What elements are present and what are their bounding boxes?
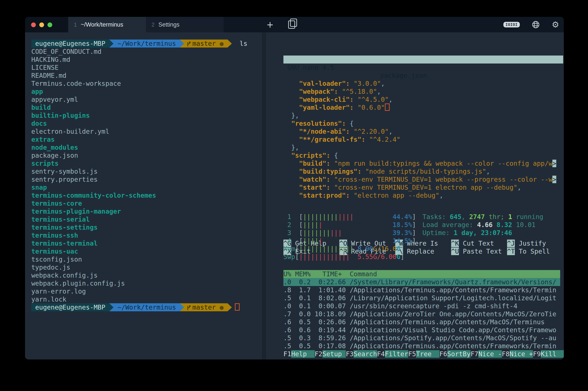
dir-entry: terminus-community-color-schemes xyxy=(31,192,247,199)
file-entry: electron-builder.yml xyxy=(31,127,247,135)
nano-line: "**/graceful-fs": "^4.2.4" xyxy=(284,135,563,143)
tab-number: 2 xyxy=(151,22,154,28)
dir-entry: terminus-uac xyxy=(31,247,247,255)
mem-meter: Mem[|||||||||||||| 8.90G/16.0G] xyxy=(284,245,416,253)
dir-entry: terminus-settings xyxy=(31,223,247,231)
fkey-sortby[interactable]: F6SortBy xyxy=(440,350,471,358)
dir-entry: node_modules xyxy=(31,143,247,151)
htop-fkey-bar: F1Help F2Setup F3SearchF4FilterF5Tree F6… xyxy=(284,350,564,358)
nano-text: "val-loader": "3.0.0", "webpack": "^5.18… xyxy=(284,80,563,199)
nano-shortcut: ^K Cut Text xyxy=(451,239,507,247)
git-branch-icon xyxy=(186,304,191,311)
serial-port-icon[interactable]: IOIOI xyxy=(503,22,520,27)
globe-icon[interactable] xyxy=(531,20,540,29)
tab-title: ~/Work/terminus xyxy=(81,21,123,28)
swp-meter: Swp[||||||||||||| 5.55G/6.00G] xyxy=(284,253,416,261)
fkey-search[interactable]: F3Search xyxy=(346,350,377,358)
cpu-meter: 1 [||||||||||||| 44.4%] xyxy=(284,213,416,221)
terminal-cursor xyxy=(235,303,240,311)
fkey-filter[interactable]: F4Filter xyxy=(377,350,408,358)
terminal-pane-right[interactable]: GNU nano 4.5 package.json "val-loader": … xyxy=(266,32,564,360)
split-view: eugene@Eugenes-MBP ~/Work/terminus maste… xyxy=(25,32,564,360)
nano-version: GNU nano 4.5 xyxy=(287,64,334,72)
cpu-meter: 2 [||||| 18.5%] xyxy=(284,221,416,229)
file-entry: Terminus.code-workspace xyxy=(31,80,247,88)
zoom-button[interactable] xyxy=(48,22,52,27)
process-row[interactable]: .5 0.1 8:02.06 /Library/Application Supp… xyxy=(284,294,560,302)
minimize-button[interactable] xyxy=(39,22,44,27)
dir-entry: docs xyxy=(31,119,247,127)
stats-line: Uptime: 1 day, 23:07:46 xyxy=(422,229,543,237)
nano-line: }, xyxy=(284,111,563,119)
nano-line: "watch": "cross-env TERMINUS_DEV=1 webpa… xyxy=(284,175,563,183)
dir-entry: builtin-plugins xyxy=(31,111,247,119)
process-row[interactable]: .5 0.5 0:17.08 /Applications/Terminus.ap… xyxy=(284,342,560,350)
terminal-pane-left[interactable]: eugene@Eugenes-MBP ~/Work/terminus maste… xyxy=(25,32,262,360)
file-entry: typedoc.js xyxy=(31,263,247,271)
tab-work-terminus[interactable]: 1 ~/Work/terminus xyxy=(68,17,146,32)
tab-settings[interactable]: 2 Settings xyxy=(146,17,224,32)
file-entry: README.md xyxy=(31,72,247,80)
fkey-nice[interactable]: F7Nice - xyxy=(471,350,502,358)
nano-line: "resolutions": { xyxy=(284,119,563,127)
nano-cursor xyxy=(385,103,390,111)
app-window: 1 ~/Work/terminus 2 Settings + IOIOI ⚙ xyxy=(25,17,564,360)
file-entry: appveyor.yml xyxy=(31,96,247,103)
file-entry: package.json xyxy=(31,151,247,159)
tab-title: Settings xyxy=(158,21,180,28)
process-row[interactable]: .8 1.7 1:01.40 /Applications/Terminus.ap… xyxy=(284,286,560,294)
dir-entry: build xyxy=(31,103,247,111)
nano-line: "start": "cross-env TERMINUS_DEV=1 elect… xyxy=(284,183,563,192)
process-row[interactable]: .5 0.3 8:59.26 /Applications/Spotify.app… xyxy=(284,334,560,342)
process-row[interactable]: .7 0.0 10:18.09 /Applications/ZeroTier O… xyxy=(284,310,560,318)
dir-entry: extras xyxy=(31,135,247,143)
dir-entry: scripts xyxy=(31,159,247,167)
dir-entry: terminus-plugin-manager xyxy=(31,207,247,215)
cpu-meter: 4 [||||| 14.5%] xyxy=(284,237,416,245)
nano-line: "start:prod": "electron app --debug", xyxy=(284,192,563,199)
nano-line: "webpack": "^5.18.0", xyxy=(284,88,563,96)
nano-line: "build:typings": "node scripts/build-typ… xyxy=(284,167,563,175)
nano-shortcut: ^U Paste Text xyxy=(451,247,507,255)
settings-gear-icon[interactable]: ⚙ xyxy=(552,20,559,29)
process-row[interactable]: .6 0.5 0:26.06 /Applications/Terminus.ap… xyxy=(284,318,560,326)
fkey-setup[interactable]: F2Setup xyxy=(315,350,346,358)
file-entry: HACKING.md xyxy=(31,56,247,64)
close-button[interactable] xyxy=(31,22,36,27)
nano-line: "webpack-cli": "^4.5.0", xyxy=(284,96,563,103)
file-entry: yarn.lock xyxy=(31,295,247,303)
file-entry: sentry-symbols.js xyxy=(31,167,247,175)
fkey-nice[interactable]: F8Nice + xyxy=(502,350,533,358)
shell-prompt: eugene@Eugenes-MBP ~/Work/terminus maste… xyxy=(31,303,247,311)
fkey-help[interactable]: F1Help xyxy=(284,350,315,358)
stats-line: Load average: 4.66 8.32 10.01 xyxy=(422,221,543,229)
htop-process-table: U% MEM% TIME+ Command.0 0.2 0:22.66 /Sys… xyxy=(284,270,560,350)
nano-line: "yaml-loader": "0.6.0" xyxy=(284,103,563,111)
file-entry: CODE_OF_CONDUCT.md xyxy=(31,48,247,56)
file-entry: LICENSE xyxy=(31,64,247,72)
process-row[interactable]: .0 0.1 0:00.07 /usr/sbin/screencapture -… xyxy=(284,302,560,310)
dir-entry: terminus-ssh xyxy=(31,231,247,239)
tab-number: 1 xyxy=(74,22,77,28)
process-row-selected[interactable]: .0 0.2 0:22.66 /System/Library/Framework… xyxy=(284,278,560,286)
process-row[interactable]: .6 0.6 0:19.44 /Applications/Visual Stud… xyxy=(284,326,560,334)
nano-line: "*/node-abi": "^2.20.0", xyxy=(284,127,563,135)
duplicate-tab-button[interactable] xyxy=(284,17,299,32)
file-entry: webpack.plugin.config.js xyxy=(31,279,247,287)
pane-divider[interactable] xyxy=(262,32,266,360)
shell-output: eugene@Eugenes-MBP ~/Work/terminus maste… xyxy=(31,40,247,311)
git-branch-icon xyxy=(186,40,191,47)
dir-entry: snap xyxy=(31,183,247,192)
new-tab-button[interactable]: + xyxy=(263,17,278,32)
htop-stats: Tasks: 645, 2747 thr; 1 runningLoad aver… xyxy=(422,213,543,237)
nano-shortcut: ^J Justify xyxy=(507,239,563,247)
nano-filename: package.json xyxy=(380,72,427,80)
nano-title-bar: GNU nano 4.5 package.json xyxy=(284,56,563,64)
file-entry: tsconfig.json xyxy=(31,255,247,263)
fkey-tree[interactable]: F5Tree xyxy=(408,350,440,358)
dir-entry: terminus-terminal xyxy=(31,239,247,247)
nano-line: "scripts": { xyxy=(284,151,563,159)
cpu-meter: 3 [|||||||||| 39.3%] xyxy=(284,229,416,237)
fkey-kill[interactable]: F9Kill xyxy=(533,350,564,358)
toolbar-right: IOIOI ⚙ xyxy=(503,17,559,32)
